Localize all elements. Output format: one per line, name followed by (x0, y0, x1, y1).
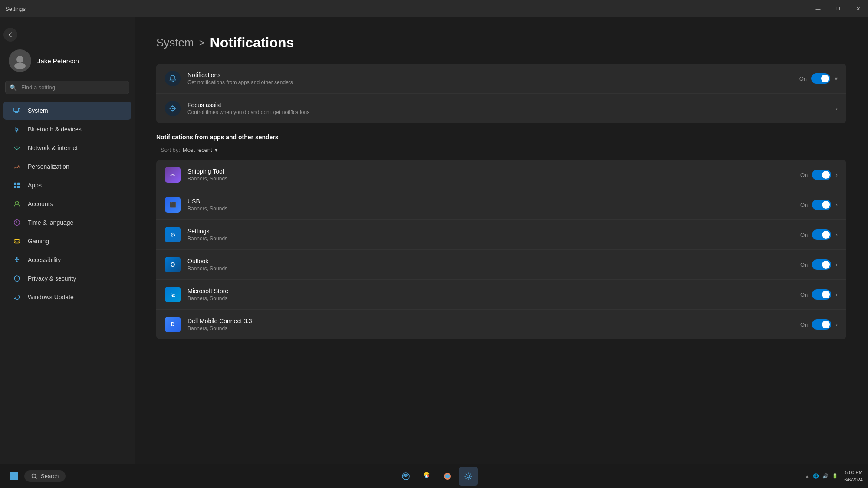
sidebar-item-network-label: Network & internet (28, 144, 78, 151)
focus-assist-chevron: › (835, 105, 838, 112)
sidebar-item-system-label: System (28, 107, 48, 114)
taskbar-clock[interactable]: 5:00 PM 6/6/2024 (844, 469, 863, 483)
svg-rect-2 (14, 108, 19, 112)
app-row-msstore[interactable]: 🛍 Microsoft Store Banners, Sounds On › (156, 280, 846, 310)
dell-text: Dell Mobile Connect 3.3 Banners, Sounds (187, 318, 800, 331)
msstore-controls: On › (800, 289, 838, 300)
app-row-snipping[interactable]: ✂ Snipping Tool Banners, Sounds On › (156, 160, 846, 190)
sidebar-item-bluetooth[interactable]: Bluetooth & devices (3, 120, 131, 138)
msstore-status: On (800, 291, 808, 298)
back-button[interactable] (3, 28, 17, 42)
notifications-row[interactable]: Notifications Get notifications from app… (156, 64, 846, 94)
sidebar-item-update-label: Windows Update (28, 294, 74, 301)
sidebar-item-accounts-label: Accounts (28, 200, 53, 207)
sidebar-item-network[interactable]: Network & internet (3, 139, 131, 157)
app-row-usb[interactable]: ⬛ USB Banners, Sounds On › (156, 190, 846, 220)
dell-toggle[interactable] (812, 319, 831, 330)
svg-point-1 (14, 63, 26, 69)
sidebar: Jake Peterson 🔍 (0, 17, 135, 488)
sidebar-item-gaming[interactable]: Gaming (3, 232, 131, 250)
user-profile[interactable]: Jake Peterson (0, 45, 135, 81)
sidebar-item-apps[interactable]: Apps (3, 176, 131, 194)
msstore-icon: 🛍 (165, 287, 181, 302)
chevron-up-icon[interactable]: ▲ (805, 474, 809, 479)
svg-point-9 (15, 201, 18, 204)
network-status-icon: 🌐 (813, 473, 819, 479)
privacy-icon (12, 274, 22, 283)
outlook-status: On (800, 262, 808, 268)
snipping-toggle[interactable] (812, 170, 831, 180)
focus-assist-row[interactable]: Focus assist Control times when you do a… (156, 94, 846, 123)
taskbar-settings-app[interactable] (459, 467, 478, 486)
settings-app-icon: ⚙ (165, 227, 181, 242)
msstore-toggle[interactable] (812, 289, 831, 300)
sidebar-item-system[interactable]: System (3, 102, 131, 120)
taskbar-chrome[interactable] (417, 467, 436, 486)
search-input[interactable] (5, 81, 129, 94)
main-content: System > Notifications Notifications (135, 17, 868, 488)
snipping-tool-detail: Banners, Sounds (187, 176, 800, 182)
dell-controls: On › (800, 319, 838, 330)
usb-icon: ⬛ (165, 197, 181, 213)
maximize-button[interactable]: ❐ (828, 0, 848, 17)
sidebar-item-accounts[interactable]: Accounts (3, 195, 131, 213)
svg-rect-18 (10, 476, 14, 480)
outlook-detail: Banners, Sounds (187, 265, 800, 272)
usb-detail: Banners, Sounds (187, 206, 800, 212)
toggle-knob (821, 75, 829, 82)
app-row-outlook[interactable]: O Outlook Banners, Sounds On › (156, 250, 846, 280)
sidebar-item-time[interactable]: Time & language (3, 213, 131, 232)
sidebar-item-gaming-label: Gaming (28, 238, 49, 245)
outlook-toggle[interactable] (812, 259, 831, 270)
sidebar-item-personalization[interactable]: Personalization (3, 157, 131, 176)
minimize-button[interactable]: — (808, 0, 828, 17)
sidebar-nav: System Bluetooth & devices (0, 101, 135, 307)
focus-assist-subtitle: Control times when you do and don't get … (187, 109, 835, 115)
taskbar-firefox[interactable] (438, 467, 457, 486)
svg-rect-6 (17, 183, 20, 185)
notifications-controls: On ▾ (799, 73, 838, 84)
volume-icon: 🔊 (822, 473, 829, 479)
sidebar-item-accessibility-label: Accessibility (28, 256, 61, 263)
page-title: Notifications (210, 35, 294, 51)
focus-assist-icon (165, 101, 181, 116)
app-row-settings[interactable]: ⚙ Settings Banners, Sounds On › (156, 220, 846, 250)
close-button[interactable]: ✕ (848, 0, 868, 17)
app-notifications-list: ✂ Snipping Tool Banners, Sounds On › (156, 160, 846, 339)
svg-rect-5 (14, 183, 16, 185)
dell-icon: D (165, 317, 181, 332)
sidebar-item-personalization-label: Personalization (28, 163, 69, 170)
sidebar-item-privacy[interactable]: Privacy & security (3, 269, 131, 288)
sidebar-item-accessibility[interactable]: Accessibility (3, 251, 131, 269)
taskbar-search[interactable]: Search (24, 470, 66, 482)
network-icon (12, 143, 22, 153)
snipping-tool-name: Snipping Tool (187, 168, 800, 175)
taskbar-pinned-apps (69, 467, 805, 486)
taskbar-edge[interactable] (396, 467, 415, 486)
snipping-tool-text: Snipping Tool Banners, Sounds (187, 168, 800, 182)
sidebar-item-update[interactable]: Windows Update (3, 288, 131, 306)
svg-point-26 (467, 475, 470, 478)
svg-rect-19 (14, 476, 18, 480)
settings-app-toggle[interactable] (812, 229, 831, 240)
svg-point-13 (16, 257, 18, 259)
sort-dropdown[interactable]: Sort by: Most recent ▾ (156, 145, 222, 155)
sort-label: Sort by: (161, 147, 180, 153)
settings-app-text: Settings Banners, Sounds (187, 228, 800, 242)
dell-detail: Banners, Sounds (187, 325, 800, 331)
svg-rect-11 (14, 239, 20, 243)
sort-chevron: ▾ (215, 147, 218, 153)
start-button[interactable] (5, 468, 23, 485)
notifications-subtitle: Get notifications from apps and other se… (187, 79, 799, 85)
breadcrumb-separator: > (199, 37, 205, 49)
svg-point-23 (425, 475, 427, 477)
dell-chevron: › (835, 321, 838, 328)
taskbar-right: ▲ 🌐 🔊 🔋 5:00 PM 6/6/2024 (805, 469, 863, 483)
search-icon: 🔍 (10, 84, 17, 91)
usb-name: USB (187, 198, 800, 205)
notifications-toggle[interactable] (811, 73, 830, 84)
app-row-dell[interactable]: D Dell Mobile Connect 3.3 Banners, Sound… (156, 310, 846, 339)
sidebar-item-apps-label: Apps (28, 182, 42, 189)
usb-toggle[interactable] (812, 200, 831, 210)
outlook-chevron: › (835, 261, 838, 268)
